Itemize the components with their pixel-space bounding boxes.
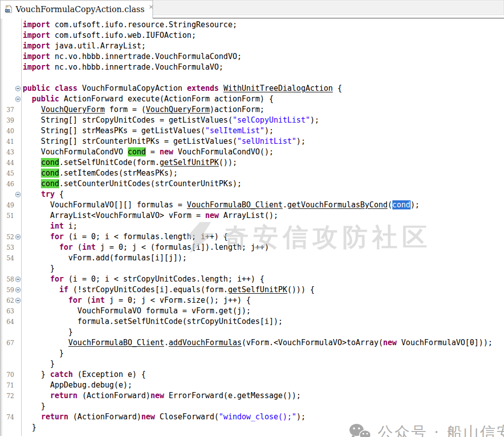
code-token: [23, 296, 68, 305]
code-token: for: [50, 275, 64, 284]
code-token: VouchFormulaBO_Client: [187, 200, 283, 209]
code-text: cond.setSelfUnitCode(form.getSelfUnitPK(…: [21, 157, 237, 168]
collapse-icon[interactable]: [15, 96, 21, 102]
code-text: VouchQueryForm form = (VouchQueryForm)ac…: [21, 104, 265, 115]
code-token: "selUnitList": [237, 137, 296, 146]
code-line[interactable]: 59 if (!strCopyUnitCodes[i].equals(form.…: [0, 285, 504, 295]
code-token: [23, 179, 41, 188]
editor-tab[interactable]: 010 VouchFormulaCopyAction.class ✕: [0, 0, 153, 19]
code-text: if (!strCopyUnitCodes[i].equals(form.get…: [21, 285, 315, 295]
code-line[interactable]: 39 String[] strCopyUnitCodes = getListVa…: [0, 115, 504, 126]
code-line[interactable]: }: [0, 401, 504, 412]
code-text: public ActionForward execute(ActionForm …: [21, 94, 274, 104]
line-number: 71: [0, 382, 14, 389]
class-file-icon: 010: [5, 5, 13, 13]
code-text: for (i = 0; i < formulas.length; i++) {: [21, 232, 228, 242]
code-line[interactable]: 40 String[] strMeasPKs = getListValues("…: [0, 126, 504, 136]
collapse-icon[interactable]: [15, 86, 21, 91]
code-line[interactable]: 62 for (int j = 0; j < vForm.size(); j++…: [0, 295, 504, 306]
collapse-icon[interactable]: [15, 277, 21, 282]
code-line[interactable]: try {: [0, 189, 504, 200]
code-line[interactable]: 46 cond.setCounterUnitCodes(strCounterUn…: [0, 179, 504, 189]
code-line[interactable]: 64 formula.setSelfUnitCode(strCopyUnitCo…: [0, 316, 504, 327]
code-token: }: [23, 402, 45, 411]
code-token: getVouchFormulasByCond: [287, 200, 388, 209]
code-line[interactable]: 44 cond.setSelfUnitCode(form.getSelfUnit…: [0, 157, 504, 168]
code-line[interactable]: 45 cond.setItemCodes(strMeasPKs);: [0, 168, 504, 179]
code-text: try {: [21, 189, 64, 200]
line-number: 41: [0, 138, 14, 145]
code-token: [23, 285, 59, 294]
code-area[interactable]: import com.ufsoft.iufo.resource.StringRe…: [0, 20, 504, 433]
code-line[interactable]: public class VouchFormulaCopyAction exte…: [0, 83, 504, 94]
line-number: 44: [0, 159, 14, 167]
code-line[interactable]: }: [0, 359, 504, 369]
code-line[interactable]: 52 for (i = 0; i < formulas.length; i++)…: [0, 232, 504, 242]
code-line[interactable]: 43 VouchFormulaCondVO cond = new VouchFo…: [0, 147, 504, 157]
line-number: 58: [0, 276, 14, 283]
line-number: 72: [0, 393, 14, 400]
code-token: public: [23, 84, 50, 93]
code-line[interactable]: 54 vForm.add(formulas[i][j]);: [0, 253, 504, 263]
code-line[interactable]: [0, 73, 504, 83]
code-token: import: [23, 41, 50, 50]
code-token: public: [32, 94, 59, 103]
code-line[interactable]: int i;: [0, 221, 504, 232]
code-line[interactable]: 37 VouchQueryForm form = (VouchQueryForm…: [0, 104, 504, 115]
fold-column: [14, 86, 21, 91]
code-line[interactable]: }: [0, 422, 504, 433]
code-token: VouchFormulaVO[0]));: [397, 338, 493, 347]
code-text: cond.setItemCodes(strMeasPKs);: [21, 168, 178, 179]
code-editor[interactable]: import com.ufsoft.iufo.resource.StringRe…: [0, 19, 504, 436]
code-line[interactable]: }: [0, 327, 504, 338]
code-text: } catch (Exception e) {: [21, 369, 146, 380]
code-token: int: [82, 243, 95, 252]
code-line[interactable]: 53 for (int j = 0; j < (formulas[i]).len…: [0, 242, 504, 253]
code-line[interactable]: 51 ArrayList<VouchFormulaVO> vForm = new…: [0, 210, 504, 221]
code-line[interactable]: 70 } catch (Exception e) {: [0, 369, 504, 380]
code-line[interactable]: }: [0, 263, 504, 274]
code-text: VouchFormulaVO formula = vForm.get(j);: [21, 306, 251, 316]
code-line[interactable]: 67 VouchFormulaBO_Client.addVouchFormula…: [0, 338, 504, 348]
code-token: =: [146, 147, 160, 156]
code-line[interactable]: }: [0, 348, 504, 359]
code-token: new: [141, 412, 155, 421]
code-token: [23, 412, 41, 421]
collapse-icon[interactable]: [15, 298, 21, 303]
code-line[interactable]: public ActionForward execute(ActionForm …: [0, 94, 504, 104]
code-token: cond: [128, 147, 146, 156]
code-line[interactable]: 41 String[] strCounterUnitPKs = getListV…: [0, 136, 504, 147]
code-token: new: [383, 338, 396, 347]
code-line[interactable]: import nc.vo.hbbb.innertrade.VouchFormul…: [0, 62, 504, 73]
collapse-icon[interactable]: [15, 287, 21, 293]
code-token: WithUnitTreeDialogAction: [223, 84, 333, 93]
code-token: cond: [41, 158, 59, 167]
code-text: public class VouchFormulaCopyAction exte…: [21, 83, 342, 94]
code-text: VouchFormulaBO_Client.addVouchFormulas(v…: [21, 338, 492, 348]
code-token: int: [91, 296, 105, 305]
code-line[interactable]: 58 for (i = 0; i < strCopyUnitCodes.leng…: [0, 274, 504, 285]
collapse-icon[interactable]: [15, 234, 21, 240]
code-line[interactable]: 74 return (ActionForward)new CloseForwar…: [0, 412, 504, 422]
code-text: for (int j = 0; j < (formulas[i]).length…: [21, 242, 269, 253]
code-line[interactable]: 72 return (ActionForward)new ErrorForwar…: [0, 391, 504, 401]
code-line[interactable]: import com.ufsoft.iufo.web.IUFOAction;: [0, 30, 504, 41]
code-token: [23, 391, 50, 400]
code-line[interactable]: import com.ufsoft.iufo.resource.StringRe…: [0, 20, 504, 30]
code-text: String[] strMeasPKs = getListValues("sel…: [21, 126, 274, 136]
code-token: );: [296, 412, 306, 421]
code-token: nc.vo.hbbb.innertrade.VouchFormulaVO;: [50, 63, 223, 72]
code-token: [23, 105, 41, 114]
code-token: int: [50, 222, 64, 231]
code-token: vForm.add(formulas[i][j]);: [23, 253, 187, 262]
code-line[interactable]: import nc.vo.hbbb.innertrade.VouchFormul…: [0, 51, 504, 62]
line-number: 70: [0, 371, 14, 378]
code-line[interactable]: 71 AppDebug.debug(e);: [0, 380, 504, 391]
code-line[interactable]: 49 VouchFormulaVO[][] formulas = VouchFo…: [0, 200, 504, 210]
code-line[interactable]: import java.util.ArrayList;: [0, 41, 504, 51]
code-token: (ActionForward): [68, 412, 141, 421]
code-token: "selCopyUnitList": [232, 116, 310, 125]
collapse-icon[interactable]: [15, 192, 21, 197]
code-line[interactable]: 63 VouchFormulaVO formula = vForm.get(j)…: [0, 306, 504, 316]
line-number: 53: [0, 244, 14, 251]
